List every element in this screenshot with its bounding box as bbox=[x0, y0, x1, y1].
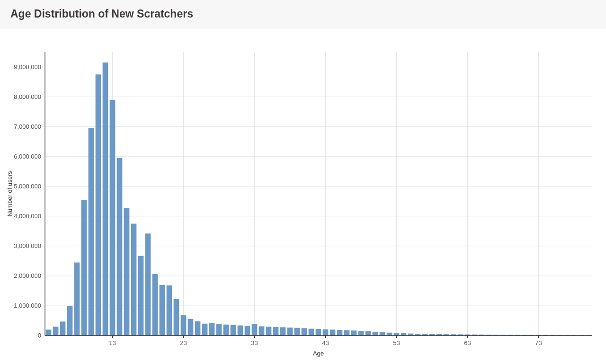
y-tick-label: 4,000,000 bbox=[14, 213, 41, 220]
bar bbox=[223, 325, 229, 336]
bar bbox=[131, 224, 137, 336]
bar bbox=[174, 299, 179, 336]
bar bbox=[46, 329, 52, 336]
y-axis-label: Number of users bbox=[6, 171, 13, 217]
bar bbox=[209, 323, 215, 336]
bar bbox=[110, 100, 116, 336]
bar bbox=[216, 324, 222, 336]
bar bbox=[117, 158, 123, 336]
bar bbox=[351, 330, 357, 336]
bar bbox=[394, 333, 400, 336]
bar bbox=[294, 328, 300, 336]
x-tick-label: 73 bbox=[535, 339, 542, 346]
bar bbox=[103, 62, 108, 336]
bar bbox=[373, 332, 378, 336]
bar bbox=[344, 330, 350, 336]
bar bbox=[74, 263, 80, 336]
page-header: Age Distribution of New Scratchers bbox=[0, 0, 606, 28]
bar bbox=[152, 274, 158, 336]
bar bbox=[145, 233, 151, 336]
bar bbox=[259, 326, 265, 336]
bar bbox=[302, 328, 307, 336]
bar bbox=[245, 326, 250, 336]
bar bbox=[160, 285, 165, 336]
x-axis-label: Age bbox=[313, 350, 324, 357]
bar bbox=[238, 326, 243, 336]
bar bbox=[89, 128, 94, 336]
bar bbox=[330, 329, 336, 336]
bar bbox=[337, 330, 343, 336]
y-tick-label: 6,000,000 bbox=[14, 153, 41, 160]
bar bbox=[280, 327, 286, 336]
bar bbox=[181, 315, 187, 336]
x-tick-label: 23 bbox=[180, 339, 187, 346]
bar bbox=[202, 324, 208, 336]
bar bbox=[316, 329, 321, 336]
bar bbox=[287, 328, 293, 336]
bar-chart: 01,000,0002,000,0003,000,0004,000,0005,0… bbox=[0, 28, 606, 364]
y-tick-label: 5,000,000 bbox=[14, 183, 41, 190]
bar bbox=[195, 321, 201, 336]
bar bbox=[408, 334, 414, 336]
bar bbox=[358, 331, 364, 336]
x-tick-label: 13 bbox=[109, 339, 116, 346]
bar bbox=[188, 319, 194, 336]
bar bbox=[273, 327, 279, 336]
chart-container: 01,000,0002,000,0003,000,0004,000,0005,0… bbox=[0, 28, 606, 364]
y-tick-label: 8,000,000 bbox=[14, 93, 41, 100]
bar bbox=[323, 329, 329, 336]
bar bbox=[96, 74, 101, 336]
x-tick-label: 43 bbox=[322, 339, 329, 346]
bar bbox=[67, 306, 73, 336]
y-tick-label: 0 bbox=[38, 332, 41, 339]
bar bbox=[252, 324, 258, 336]
bar bbox=[309, 329, 314, 336]
x-tick-label: 33 bbox=[251, 339, 258, 346]
bar bbox=[387, 333, 392, 336]
bar bbox=[124, 208, 130, 336]
bar bbox=[53, 327, 59, 336]
bar bbox=[231, 325, 236, 336]
y-tick-label: 9,000,000 bbox=[14, 63, 41, 71]
bar bbox=[81, 200, 87, 336]
x-tick-label: 53 bbox=[393, 339, 400, 346]
bar bbox=[380, 332, 385, 336]
bar bbox=[138, 256, 144, 336]
y-tick-label: 1,000,000 bbox=[14, 302, 41, 309]
bar bbox=[401, 333, 407, 336]
page-title: Age Distribution of New Scratchers bbox=[10, 8, 193, 20]
bar bbox=[365, 331, 371, 336]
y-tick-label: 3,000,000 bbox=[14, 242, 41, 249]
x-tick-label: 63 bbox=[464, 339, 471, 346]
y-tick-label: 2,000,000 bbox=[14, 272, 41, 279]
bar bbox=[167, 285, 172, 336]
bar bbox=[266, 327, 272, 336]
y-tick-label: 7,000,000 bbox=[14, 123, 41, 130]
bar bbox=[60, 321, 66, 336]
